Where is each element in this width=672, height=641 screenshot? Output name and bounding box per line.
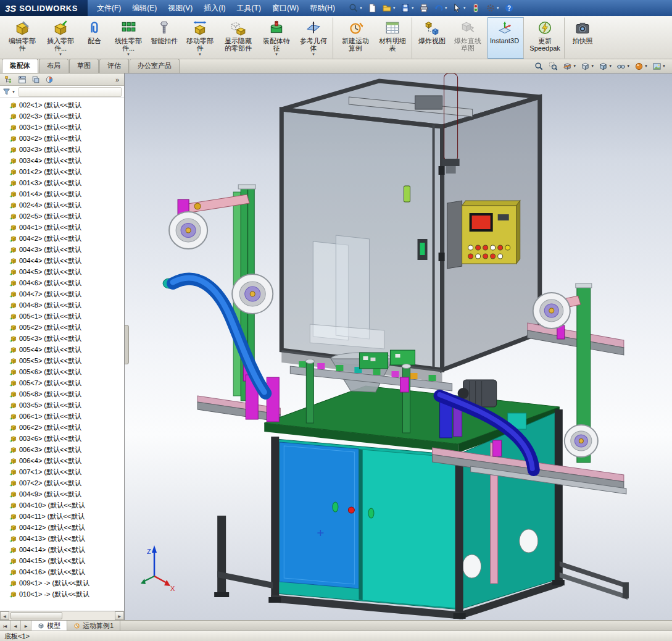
menu-file[interactable]: 文件(F) <box>91 0 127 16</box>
propertymanager-tab[interactable] <box>15 74 29 85</box>
tree-item[interactable]: 004<1> (默认<<默认 <box>0 222 124 233</box>
tree-item[interactable]: 003<6> (默认<<默认 <box>0 433 124 444</box>
view-orientation-icon[interactable]: ▼ <box>579 61 595 72</box>
tree-item[interactable]: 004<7> (默认<<默认 <box>0 288 124 300</box>
panel-splitter-handle[interactable] <box>125 325 129 364</box>
tree-item[interactable]: 005<7> (默认<<默认 <box>0 377 124 388</box>
scroll-next-button[interactable]: ▶ <box>21 621 31 631</box>
tree-item[interactable]: 010<1> -> (默认<<默认 <box>0 589 124 600</box>
tree-item[interactable]: 001<2> (默认<<默认 <box>0 166 124 177</box>
tree-item[interactable]: 004<8> (默认<<默认 <box>0 300 124 311</box>
edit-appearance-icon[interactable]: ▼ <box>633 61 649 72</box>
tree-item[interactable]: 004<16> (默认<<默认 <box>0 566 124 577</box>
menu-insert[interactable]: 插入(I) <box>198 0 231 16</box>
tree-item[interactable]: 006<3> (默认<<默认 <box>0 444 124 455</box>
tree-item[interactable]: 005<5> (默认<<默认 <box>0 355 124 366</box>
tab-sketch[interactable]: 草图 <box>69 59 99 73</box>
tab-motion-study-1[interactable]: 运动算例1 <box>67 621 120 631</box>
view-settings-icon[interactable]: ▼ <box>651 61 667 72</box>
tree-item[interactable]: 005<4> (默认<<默认 <box>0 344 124 355</box>
tree-item[interactable]: 007<2> (默认<<默认 <box>0 477 124 488</box>
tree-item[interactable]: 006<2> (默认<<默认 <box>0 422 124 433</box>
zoom-area-icon[interactable] <box>547 61 560 72</box>
show-hidden-components-button[interactable]: 显示隐藏的零部件 <box>220 17 257 59</box>
tree-item[interactable]: 004<6> (默认<<默认 <box>0 277 124 288</box>
tree-item[interactable]: 004<4> (默认<<默认 <box>0 255 124 266</box>
move-component-button[interactable]: 移动零部件 ▼ <box>181 17 218 59</box>
tree-item[interactable]: 004<3> (默认<<默认 <box>0 244 124 255</box>
tab-model[interactable]: 模型 <box>31 621 67 631</box>
rebuild-icon[interactable] <box>469 1 483 15</box>
menu-view[interactable]: 视图(V) <box>162 0 198 16</box>
tree-item[interactable]: 002<3> (默认<<默认 <box>0 111 124 122</box>
take-snapshot-button[interactable]: 拍快照 <box>568 17 597 59</box>
tree-item[interactable]: 007<1> (默认<<默认 <box>0 466 124 477</box>
options-icon[interactable]: ▼ <box>484 1 502 15</box>
menu-window[interactable]: 窗口(W) <box>267 0 304 16</box>
tree-item[interactable]: 003<2> (默认<<默认 <box>0 133 124 144</box>
tree-item[interactable]: 005<8> (默认<<默认 <box>0 388 124 400</box>
material-reel[interactable] <box>533 293 570 329</box>
help-icon[interactable] <box>502 1 516 15</box>
tree-item[interactable]: 003<4> (默认<<默认 <box>0 155 124 166</box>
tree-item[interactable]: 004<15> (默认<<默认 <box>0 555 124 566</box>
material-reel[interactable] <box>232 274 273 314</box>
instant3d-button[interactable]: Instant3D <box>487 17 524 59</box>
edit-component-button[interactable]: 编辑零部件 <box>4 17 41 59</box>
assembly-model[interactable]: Z X <box>125 73 672 620</box>
tree-item[interactable]: 005<3> (默认<<默认 <box>0 333 124 344</box>
panel-overflow-button[interactable]: » <box>112 76 122 83</box>
tree-item[interactable]: 004<5> (默认<<默认 <box>0 266 124 277</box>
tree-item[interactable]: 001<3> (默认<<默认 <box>0 177 124 188</box>
tree-item[interactable]: 001<4> (默认<<默认 <box>0 188 124 199</box>
filter-input[interactable] <box>19 87 122 97</box>
tree-item[interactable]: 004<10> (默认<<默认 <box>0 500 124 511</box>
print-icon[interactable] <box>417 1 431 15</box>
hide-show-items-icon[interactable]: ▼ <box>615 61 631 72</box>
tab-office-products[interactable]: 办公室产品 <box>130 59 180 73</box>
tree-item[interactable]: 002<4> (默认<<默认 <box>0 199 124 211</box>
tree-item[interactable]: 003<1> (默认<<默认 <box>0 122 124 133</box>
menu-help[interactable]: 帮助(H) <box>304 0 341 16</box>
featuremanager-tab[interactable] <box>2 74 15 85</box>
undo-icon[interactable]: ▼ <box>432 1 450 15</box>
graphics-area[interactable]: Z X <box>125 73 672 620</box>
new-document-icon[interactable] <box>365 1 380 15</box>
tree-item[interactable]: 004<12> (默认<<默认 <box>0 522 124 533</box>
explode-line-sketch-button[interactable]: 爆炸直线草图 <box>449 17 486 59</box>
material-reel[interactable] <box>565 425 598 457</box>
save-icon[interactable]: ▼ <box>399 1 417 15</box>
tree-item[interactable]: 005<1> (默认<<默认 <box>0 311 124 322</box>
select-icon[interactable]: ▼ <box>450 1 468 15</box>
zoom-fit-icon[interactable] <box>533 61 545 72</box>
section-view-icon[interactable]: ▼ <box>562 61 578 72</box>
tree-item[interactable]: 004<14> (默认<<默认 <box>0 544 124 555</box>
scroll-right-button[interactable]: ▶ <box>115 611 124 620</box>
scroll-left-button[interactable]: ◀ <box>0 611 9 620</box>
menu-edit[interactable]: 编辑(E) <box>127 0 162 16</box>
scroll-prev-button[interactable]: ◀ <box>10 621 21 631</box>
open-icon[interactable]: ▼ <box>380 1 398 15</box>
tree-item[interactable]: 006<1> (默认<<默认 <box>0 411 124 422</box>
tree-item[interactable]: 002<1> (默认<<默认 <box>0 99 124 111</box>
displaymanager-tab[interactable] <box>43 74 56 85</box>
material-reel[interactable] <box>169 212 207 249</box>
scrollbar-thumb[interactable] <box>10 612 62 619</box>
linear-component-pattern-button[interactable]: 线性零部件... ▼ <box>110 17 147 59</box>
bill-of-materials-button[interactable]: 材料明细表 <box>375 17 412 59</box>
tree-item[interactable]: 004<9> (默认<<默认 <box>0 488 124 500</box>
display-style-icon[interactable]: ▼ <box>597 61 613 72</box>
filter-funnel-icon[interactable] <box>2 88 10 96</box>
tree-item[interactable]: 004<2> (默认<<默认 <box>0 233 124 244</box>
insert-components-button[interactable]: 插入零部件... ▼ <box>42 17 79 59</box>
mate-button[interactable]: 配合 <box>80 17 109 59</box>
tab-layout[interactable]: 布局 <box>39 59 68 73</box>
tree-item[interactable]: 009<1> -> (默认<<默认 <box>0 577 124 589</box>
tree-item[interactable]: 006<4> (默认<<默认 <box>0 455 124 466</box>
smart-fasteners-button[interactable]: 智能扣件 <box>148 17 180 59</box>
tree-item[interactable]: 003<3> (默认<<默认 <box>0 144 124 155</box>
tree-item[interactable]: 004<13> (默认<<默认 <box>0 533 124 544</box>
tree-item[interactable]: 002<5> (默认<<默认 <box>0 211 124 222</box>
control-panel[interactable] <box>447 201 520 269</box>
new-motion-study-button[interactable]: 新建运动算例 <box>337 17 374 59</box>
